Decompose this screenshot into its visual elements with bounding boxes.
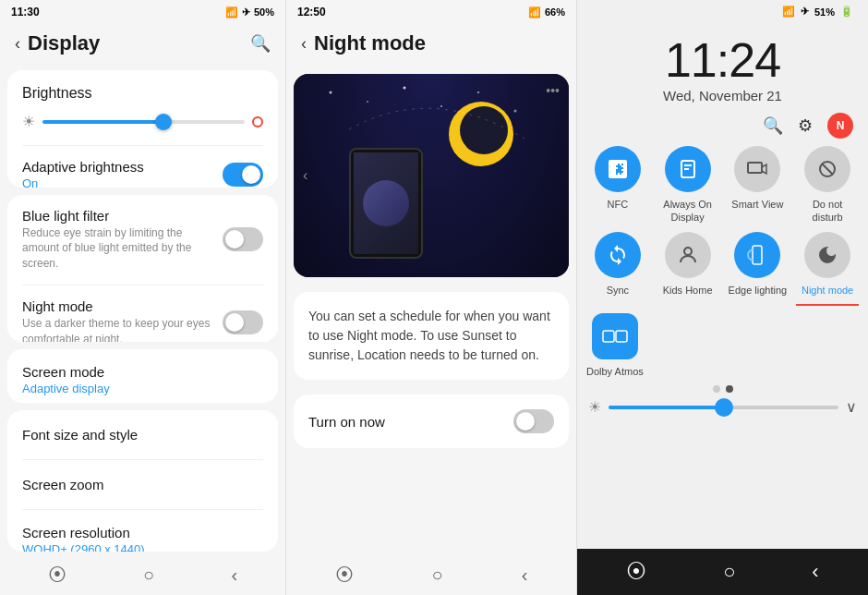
wifi-icon: ✈ [242, 6, 250, 18]
nav-home-1[interactable]: ○ [143, 565, 154, 586]
night-tile-underline [796, 304, 859, 306]
back-button-1[interactable]: ‹ [15, 34, 20, 54]
night-mode-panel: 12:50 📶 66% ‹ Night mode [286, 0, 577, 595]
edge-label: Edge lighting [729, 284, 788, 297]
qs-battery-icon: 🔋 [840, 6, 853, 18]
brightness-end-icon [252, 116, 263, 128]
screen-zoom-row[interactable]: Screen zoom [7, 460, 278, 509]
status-bar-1: 11:30 📶 ✈ 50% [0, 0, 285, 24]
svg-rect-13 [753, 246, 762, 264]
qs-battery: 51% [814, 6, 835, 18]
qs-tile-dnd[interactable]: Do not disturb [796, 146, 859, 225]
screen-mode-sublabel: Adaptive display [22, 382, 110, 395]
nfc-icon [595, 146, 641, 192]
phone-mockup [349, 148, 423, 259]
toggle-knob-night [225, 313, 244, 332]
night-mode-info: You can set a schedule for when you want… [294, 292, 569, 380]
moon-crater [460, 106, 508, 154]
filter-card: Blue light filter Reduce eye strain by l… [7, 195, 278, 342]
svg-rect-7 [684, 164, 692, 166]
screen-res-row[interactable]: Screen resolution WQHD+ (2960 x 1440) [7, 510, 278, 552]
aod-icon [665, 146, 711, 192]
brightness-slider[interactable] [42, 120, 245, 124]
screen-res-text: Screen resolution WQHD+ (2960 x 1440) [22, 525, 145, 552]
qs-tile-kids[interactable]: Kids Home [657, 232, 719, 306]
qs-tile-aod[interactable]: Always On Display [657, 146, 719, 225]
brightness-thumb [155, 114, 172, 130]
qs-tile-sync[interactable]: Sync [586, 232, 649, 306]
kids-icon [665, 232, 711, 278]
edge-icon [734, 232, 780, 278]
qs-search-icon[interactable]: 🔍 [763, 115, 783, 136]
qs-grid-row1: NFC Always On Display Smart View Do not … [577, 146, 868, 225]
qs-nav-back[interactable]: ‹ [812, 560, 818, 584]
qs-wifi: 📶 [782, 6, 795, 18]
nav-bar-2: ⦿ ○ ‹ [286, 555, 576, 595]
adaptive-brightness-toggle[interactable] [223, 163, 263, 187]
display-header: ‹ Display 🔍 [0, 24, 285, 67]
nav-recent-1[interactable]: ⦿ [48, 565, 66, 586]
preview-dots: ••• [546, 83, 560, 98]
blue-light-row[interactable]: Blue light filter Reduce eye strain by l… [7, 195, 278, 285]
night-preview: ‹ ••• [294, 74, 569, 277]
qs-nav-recent[interactable]: ⦿ [626, 560, 646, 584]
blue-light-label: Blue light filter [22, 208, 216, 224]
adaptive-brightness-row[interactable]: Adaptive brightness On [7, 146, 278, 188]
night-mode-toggle[interactable] [223, 310, 263, 334]
svg-rect-15 [616, 331, 627, 342]
qs-tile-nfc[interactable]: NFC [586, 146, 649, 225]
qs-brightness-thumb [715, 398, 733, 417]
screen-mode-text: Screen mode Adaptive display [22, 364, 110, 395]
svg-point-12 [684, 248, 692, 255]
qs-avatar[interactable]: N [827, 113, 853, 139]
kids-label: Kids Home [663, 284, 713, 297]
turn-on-toggle[interactable] [513, 409, 554, 433]
night-mode-row[interactable]: Night mode Use a darker theme to keep yo… [7, 285, 278, 342]
phone-globe [363, 180, 409, 226]
qs-tile-dolby[interactable]: Dolby Atmos [586, 313, 644, 378]
brightness-title: Brightness [22, 85, 263, 102]
qs-nav-home[interactable]: ○ [723, 560, 735, 584]
nav-recent-2[interactable]: ⦿ [335, 565, 354, 586]
qs-top-bar: 🔍 ⚙ N [577, 113, 868, 146]
night-mode-title: Night mode [314, 31, 426, 55]
svg-rect-8 [684, 168, 689, 170]
back-button-2[interactable]: ‹ [301, 34, 307, 54]
dolby-label: Dolby Atmos [586, 365, 644, 378]
screen-mode-row[interactable]: Screen mode Adaptive display [7, 349, 278, 403]
qs-time: 11:24 [577, 32, 868, 88]
screen-mode-card: Screen mode Adaptive display [7, 349, 278, 403]
qs-expand-btn[interactable]: ∨ [846, 398, 857, 416]
screen-zoom-label: Screen zoom [22, 477, 263, 492]
dot-1 [713, 385, 720, 393]
font-size-row[interactable]: Font size and style [7, 410, 278, 459]
search-button-1[interactable]: 🔍 [250, 33, 271, 54]
page-dots [577, 385, 868, 393]
qs-grid-row2: Sync Kids Home Edge lighting Night mode [577, 232, 868, 306]
nav-home-2[interactable]: ○ [432, 565, 443, 586]
svg-rect-14 [603, 331, 614, 342]
phone-screen [354, 152, 418, 254]
qs-tile-night[interactable]: Night mode [796, 232, 859, 306]
preview-nav-arrow[interactable]: ‹ [303, 167, 307, 184]
adaptive-brightness-label: Adaptive brightness [22, 159, 144, 175]
qs-tile-edge[interactable]: Edge lighting [727, 232, 790, 306]
qs-tile-smartview[interactable]: Smart View [727, 146, 790, 225]
turn-on-row[interactable]: Turn on now [294, 395, 569, 448]
svg-line-11 [822, 164, 833, 175]
blue-light-toggle[interactable] [223, 227, 263, 251]
sync-label: Sync [607, 284, 629, 297]
dnd-label: Do not disturb [796, 198, 859, 225]
nav-back-1[interactable]: ‹ [232, 565, 238, 586]
battery-2: 66% [545, 6, 565, 18]
qs-brightness-slider[interactable] [609, 406, 838, 409]
display-settings-panel: 11:30 📶 ✈ 50% ‹ Display 🔍 Brightness ☀ [0, 0, 286, 595]
qs-settings-icon[interactable]: ⚙ [798, 115, 813, 136]
sun-icon: ☀ [22, 113, 35, 130]
sync-icon [595, 232, 641, 278]
qs-sun-icon: ☀ [588, 398, 601, 416]
night-mode-header: ‹ Night mode [286, 24, 576, 67]
night-header-left: ‹ Night mode [301, 31, 426, 55]
nav-back-2[interactable]: ‹ [522, 565, 528, 586]
toggle-knob-turnon [516, 412, 535, 431]
